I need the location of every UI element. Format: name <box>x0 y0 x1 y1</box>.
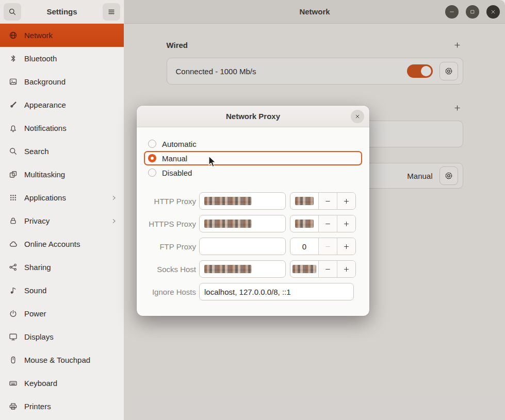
gear-icon <box>444 171 453 180</box>
maximize-button[interactable] <box>466 5 479 19</box>
sidebar-headerbar: Settings <box>0 0 124 24</box>
sidebar-item-background[interactable]: Background <box>0 70 124 93</box>
radio-unchecked-icon <box>148 140 156 148</box>
proxy-mode-automatic[interactable]: Automatic <box>144 137 362 151</box>
wired-status: Connected - 1000 Mb/s <box>176 67 256 76</box>
redacted-host-value <box>204 197 252 205</box>
http-port-decrement-button[interactable] <box>318 193 337 209</box>
plus-icon <box>343 221 350 227</box>
sidebar-item-sound[interactable]: Sound <box>0 279 124 302</box>
sidebar-item-label: Keyboard <box>24 379 57 388</box>
ftp-port-decrement-button[interactable] <box>318 238 337 255</box>
ftp-port-increment-button[interactable] <box>337 238 355 255</box>
socks-port-decrement-button[interactable] <box>318 261 337 277</box>
sidebar-item-keyboard[interactable]: Keyboard <box>0 372 124 395</box>
sidebar-item-privacy[interactable]: Privacy <box>0 209 124 232</box>
https-proxy-input[interactable] <box>199 215 286 232</box>
ftp-proxy-row: FTP Proxy 0 <box>137 238 369 255</box>
sidebar-item-appearance[interactable]: Appearance <box>0 93 124 116</box>
socks-host-input[interactable] <box>199 260 286 278</box>
add-vpn-button[interactable] <box>452 102 463 113</box>
sidebar-item-sharing[interactable]: Sharing <box>0 256 124 279</box>
http-proxy-label: HTTP Proxy <box>137 197 196 206</box>
keyboard-icon <box>9 379 18 388</box>
socks-port-spinner <box>290 260 356 278</box>
minimize-button[interactable] <box>445 5 459 19</box>
sidebar-item-label: Power <box>24 309 46 318</box>
printer-icon <box>9 402 18 411</box>
sidebar-item-applications[interactable]: Applications <box>0 186 124 209</box>
sidebar-item-label: Search <box>24 147 49 156</box>
search-button[interactable] <box>4 3 21 21</box>
sidebar: Settings Network Bluetooth Background Ap… <box>0 0 124 420</box>
sidebar-item-mouse-touchpad[interactable]: Mouse & Touchpad <box>0 348 124 372</box>
sidebar-item-label: Mouse & Touchpad <box>24 356 90 364</box>
https-port-increment-button[interactable] <box>337 215 355 232</box>
gear-icon <box>444 66 453 76</box>
sidebar-item-printers[interactable]: Printers <box>0 395 124 418</box>
sidebar-item-online-accounts[interactable]: Online Accounts <box>0 232 124 256</box>
sidebar-item-search[interactable]: Search <box>0 140 124 163</box>
search-icon <box>9 147 18 156</box>
sidebar-item-label: Notifications <box>24 124 67 132</box>
ignore-hosts-input[interactable] <box>199 283 354 300</box>
sidebar-item-notifications[interactable]: Notifications <box>0 116 124 140</box>
proxy-mode-manual[interactable]: Manual <box>144 151 362 165</box>
redacted-host-value <box>204 220 252 228</box>
settings-window: Settings Network Bluetooth Background Ap… <box>0 0 505 420</box>
sidebar-item-bluetooth[interactable]: Bluetooth <box>0 47 124 70</box>
redacted-host-value <box>204 265 252 273</box>
brush-icon <box>9 100 18 109</box>
sidebar-item-label: Sound <box>24 286 46 295</box>
http-port-spinner <box>290 192 356 210</box>
ignore-hosts-label: Ignore Hosts <box>137 288 196 296</box>
radio-label: Disabled <box>162 169 192 177</box>
sidebar-item-label: Privacy <box>24 216 50 225</box>
https-port-decrement-button[interactable] <box>318 215 337 232</box>
plus-icon <box>343 243 350 250</box>
plus-icon <box>343 266 350 273</box>
add-wired-connection-button[interactable] <box>452 39 463 51</box>
proxy-settings-button[interactable] <box>439 166 458 185</box>
dialog-close-button[interactable] <box>351 110 364 123</box>
sidebar-item-label: Multitasking <box>24 170 65 179</box>
wired-settings-button[interactable] <box>439 62 458 80</box>
sidebar-item-label: Network <box>24 31 53 40</box>
wired-section-title: Wired <box>167 41 188 49</box>
https-proxy-row: HTTPS Proxy <box>137 215 369 232</box>
windows-icon <box>9 170 18 179</box>
socks-port-increment-button[interactable] <box>337 261 355 277</box>
plus-icon <box>343 198 350 205</box>
ftp-port-value[interactable]: 0 <box>290 238 318 255</box>
mouse-cursor <box>208 156 218 168</box>
sidebar-item-label: Displays <box>24 332 54 341</box>
ftp-proxy-label: FTP Proxy <box>137 242 196 251</box>
sidebar-nav: Network Bluetooth Background Appearance … <box>0 24 124 418</box>
menu-button[interactable] <box>103 3 120 21</box>
minus-icon <box>324 198 331 205</box>
ignore-hosts-row: Ignore Hosts <box>137 283 369 300</box>
ftp-proxy-input[interactable] <box>199 238 286 255</box>
sidebar-item-power[interactable]: Power <box>0 302 124 325</box>
http-proxy-input[interactable] <box>199 192 286 210</box>
sidebar-item-network[interactable]: Network <box>0 24 124 47</box>
wired-connection-row[interactable]: Connected - 1000 Mb/s <box>167 58 463 85</box>
sidebar-item-multitasking[interactable]: Multitasking <box>0 163 124 186</box>
http-port-increment-button[interactable] <box>337 193 355 209</box>
dialog-title: Network Proxy <box>226 112 280 121</box>
https-port-spinner <box>290 215 356 232</box>
proxy-mode-disabled[interactable]: Disabled <box>144 165 362 180</box>
https-proxy-label: HTTPS Proxy <box>137 220 196 228</box>
sidebar-item-displays[interactable]: Displays <box>0 325 124 348</box>
network-proxy-dialog: Network Proxy Automatic Manual Disabled … <box>137 106 369 316</box>
toggle-knob <box>421 66 431 76</box>
redacted-port-value <box>295 197 314 205</box>
socks-port-value[interactable] <box>290 261 318 277</box>
close-button[interactable] <box>486 5 500 19</box>
https-port-value[interactable] <box>290 215 318 232</box>
hamburger-menu-icon <box>107 8 116 16</box>
http-port-value[interactable] <box>290 193 318 209</box>
monitor-icon <box>9 332 18 341</box>
wired-toggle[interactable] <box>407 64 433 78</box>
radio-label: Manual <box>162 154 187 163</box>
